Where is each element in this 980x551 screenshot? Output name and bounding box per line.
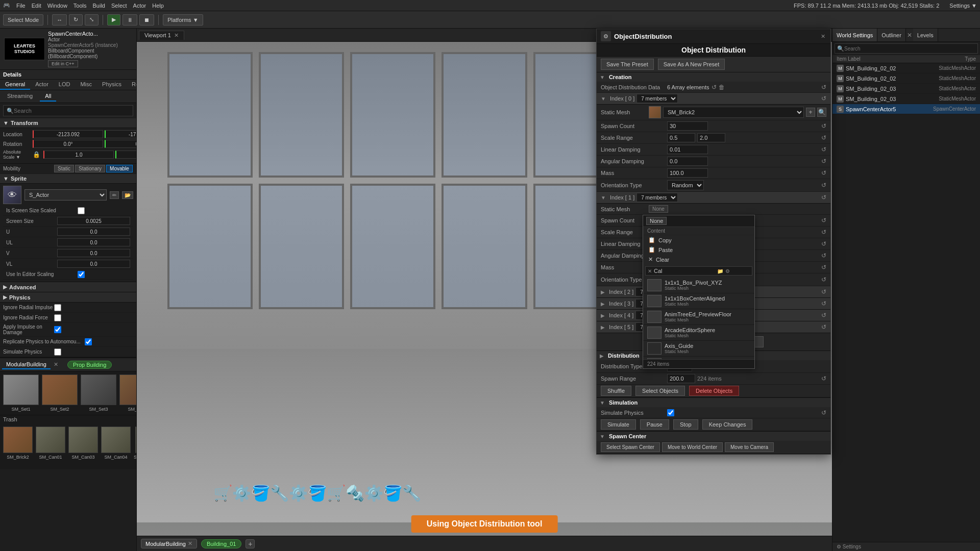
use-editor-scaling-check[interactable] [78,271,85,278]
close-outliner-btn[interactable]: ✕ [907,32,912,39]
delete-objects-btn[interactable]: Delete Objects [689,386,739,396]
move-to-world-center-btn[interactable]: Move to World Center [662,442,723,452]
sprite-section-header[interactable]: ▼ Sprite [0,174,136,184]
reset-scale-0[interactable]: ↺ [821,134,826,141]
scale-x-input[interactable] [43,151,114,159]
close-viewport-icon[interactable]: ✕ [174,32,179,39]
list-item[interactable]: SM_Set1 [3,374,39,412]
rotation-y-input[interactable] [105,140,137,148]
rotate-tool-btn[interactable]: ↻ [69,14,83,26]
modular-building-tab[interactable]: ModularBuilding [2,360,51,369]
idx0-members-select[interactable]: 7 members [636,94,678,103]
vl-input[interactable] [57,260,130,268]
dropdown-options-icon[interactable]: ⚙ [725,268,730,274]
radial-force-check[interactable] [54,314,61,321]
reset-spawn-0[interactable]: ↺ [821,122,826,130]
scale-min-input-0[interactable] [667,133,695,142]
menu-file[interactable]: File [16,3,26,9]
delete-icon[interactable]: 🗑 [719,84,725,91]
world-settings-tab[interactable]: World Settings [832,29,877,41]
reset-idx4[interactable]: ↺ [821,312,826,319]
close-modular-tab[interactable]: ✕ [54,361,58,368]
pause-btn[interactable]: Pause [640,419,669,430]
add-modular-btn[interactable]: + [246,539,255,548]
mesh-browse-btn-0[interactable]: 🔍 [817,108,826,117]
reset-spawn-1[interactable]: ↺ [821,217,826,224]
menu-tools[interactable]: Tools [74,3,87,9]
refresh-icon[interactable]: ↺ [712,84,717,91]
shuffle-btn[interactable]: Shuffle [601,386,631,396]
save-preset-btn[interactable]: Save The Preset [601,59,654,70]
save-new-preset-btn[interactable]: Save As A New Preset [658,59,725,70]
stop-btn[interactable]: ⏹ [139,14,154,26]
reset-orient-1[interactable]: ↺ [821,276,826,283]
dropdown-clear-search[interactable]: ✕ [648,268,652,274]
dropdown-item[interactable]: 1x1x1BoxCenterAligned Static Mesh [643,293,754,309]
reset-idx3[interactable]: ↺ [821,300,826,307]
building-01-badge[interactable]: Building_01 [201,539,242,548]
idx1-members-select[interactable]: 7 members [636,193,678,202]
v-input[interactable] [57,249,130,257]
location-y-input[interactable] [105,130,137,138]
details-search-input[interactable] [14,108,130,114]
outliner-item[interactable]: M SM_Building_02_03 StaticMeshActor [832,94,980,104]
close-modular-btn[interactable]: ✕ [188,540,192,547]
static-btn[interactable]: Static [54,165,74,172]
sprite-select[interactable]: S_Actor [24,189,107,201]
select-mode-btn[interactable]: Select Mode [3,14,43,26]
stop-btn[interactable]: Stop [673,419,698,430]
list-item[interactable]: SM_Set2 [42,374,78,412]
orientation-select-0[interactable]: Random [667,180,704,190]
reset-linear-1[interactable]: ↺ [821,240,826,247]
clear-action[interactable]: ✕ Clear [643,255,754,264]
replicate-physics-check[interactable] [85,338,92,345]
menu-help[interactable]: Help [152,3,164,9]
outliner-search-input[interactable] [844,46,975,52]
list-item[interactable]: SM_Brick2 [3,427,33,460]
play-btn[interactable]: ▶ [107,14,120,26]
creation-section-header[interactable]: ▼ Creation [597,72,830,82]
menu-build[interactable]: Build [93,3,105,9]
lock-scale-icon[interactable]: 🔒 [33,151,40,158]
tab-general[interactable]: General [0,80,30,90]
reset-idx2[interactable]: ↺ [821,288,826,295]
move-tool-btn[interactable]: ↔ [52,14,67,26]
dropdown-browse-icon[interactable]: 📁 [717,268,723,274]
list-item[interactable]: SM_Can01 [36,427,65,460]
reset-angular-1[interactable]: ↺ [821,252,826,259]
move-to-camera-btn[interactable]: Move to Camera [725,442,774,452]
linear-damping-input-0[interactable] [667,145,708,154]
dropdown-item[interactable]: AnimTreeEd_PreviewFloor Static Mesh [643,309,754,325]
list-item[interactable]: SM_Can04 [101,427,131,460]
menu-window[interactable]: Window [47,3,67,9]
reset-spawn-range[interactable]: ↺ [821,375,826,382]
u-input[interactable] [57,228,130,236]
spawn-center-section-header[interactable]: ▼ Spawn Center [597,432,830,441]
screen-size-input[interactable] [57,217,130,225]
scale-max-input-0[interactable] [697,133,725,142]
reset-mass-0[interactable]: ↺ [821,169,826,177]
ul-input[interactable] [57,238,130,246]
list-item[interactable]: SM_Set3 [81,374,116,412]
reset-btn-0[interactable]: ↺ [821,84,826,91]
outliner-tab[interactable]: Outliner [877,29,906,41]
outliner-search-bar[interactable]: 🔍 [835,43,978,54]
outliner-item-active[interactable]: S SpawnCenterActor5 SpawnCenterActor [832,104,980,114]
simulation-section-header[interactable]: ▼ Simulation [597,398,830,407]
keep-changes-btn[interactable]: Keep Changes [702,419,753,430]
dropdown-item[interactable]: Axis_Guide Static Mesh [643,341,754,357]
reset-orient-0[interactable]: ↺ [821,182,826,189]
screen-size-scaled-check[interactable] [78,207,85,214]
tab-physics[interactable]: Physics [97,80,127,90]
reset-idx1[interactable]: ↺ [821,194,826,201]
details-search-bar[interactable]: 🔍 [3,105,133,116]
idx1-arrow[interactable]: ▼ [601,195,606,201]
simulate-phys-checkbox[interactable] [667,409,674,416]
dropdown-search-input[interactable] [654,268,715,274]
reset-scale-1[interactable]: ↺ [821,229,826,236]
tab-streaming[interactable]: Streaming [2,91,38,102]
simulate-physics-check[interactable] [54,348,61,356]
sprite-browse-btn[interactable]: 📂 [122,191,133,199]
stationary-btn[interactable]: Stationary [75,165,105,172]
mesh-add-btn-0[interactable]: + [806,108,815,117]
